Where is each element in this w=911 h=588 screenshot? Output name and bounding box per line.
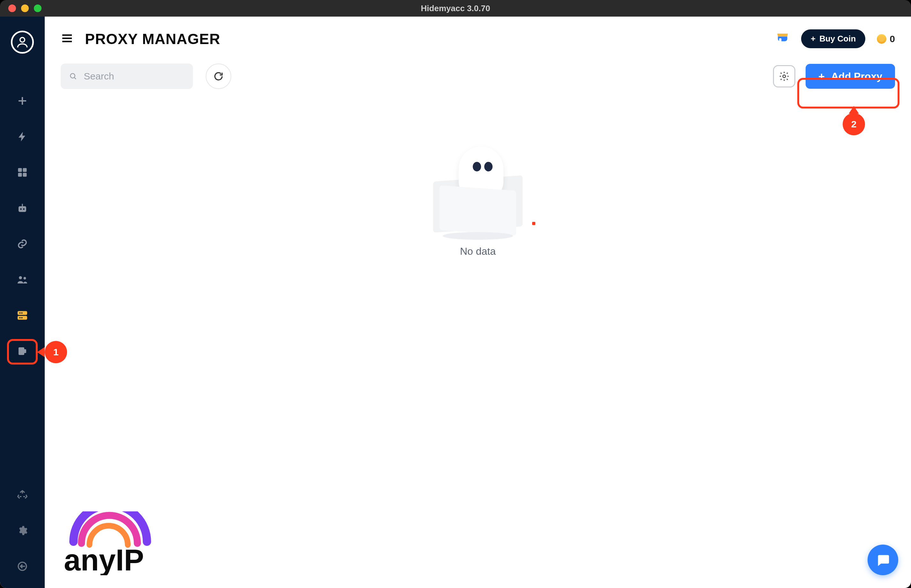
chat-icon bbox=[875, 552, 890, 567]
svg-rect-3 bbox=[18, 173, 22, 177]
svg-point-6 bbox=[20, 208, 22, 210]
empty-illustration bbox=[424, 140, 532, 236]
grid-icon bbox=[16, 166, 28, 178]
buy-coin-label: Buy Coin bbox=[819, 34, 856, 44]
gear-icon bbox=[17, 525, 28, 536]
hamburger-icon bbox=[61, 32, 73, 45]
callout-2-bubble: 2 bbox=[843, 113, 865, 135]
page-title: PROXY MANAGER bbox=[85, 30, 220, 48]
header: PROXY MANAGER + Buy Coin 0 bbox=[61, 29, 895, 48]
svg-point-10 bbox=[24, 277, 26, 279]
svg-rect-2 bbox=[23, 168, 27, 172]
svg-text:anyIP: anyIP bbox=[64, 543, 144, 575]
window-zoom-button[interactable] bbox=[34, 5, 42, 12]
recycle-icon bbox=[17, 489, 28, 500]
window-close-button[interactable] bbox=[8, 5, 16, 12]
traffic-lights bbox=[8, 5, 42, 12]
sidebar-item-logout[interactable] bbox=[13, 557, 31, 575]
sidebar-item-settings[interactable] bbox=[13, 522, 31, 540]
svg-point-21 bbox=[70, 73, 75, 78]
svg-point-15 bbox=[19, 317, 21, 318]
empty-message: No data bbox=[460, 246, 496, 257]
team-icon bbox=[16, 274, 28, 285]
svg-point-16 bbox=[21, 317, 23, 318]
sidebar-item-new[interactable] bbox=[13, 92, 31, 110]
search-icon bbox=[69, 71, 77, 81]
logout-icon bbox=[17, 561, 28, 572]
titlebar: Hidemyacc 3.0.70 bbox=[0, 0, 911, 16]
callout-2-number: 2 bbox=[851, 119, 857, 129]
svg-point-22 bbox=[783, 75, 786, 78]
add-proxy-button[interactable]: + Add Proxy bbox=[806, 64, 895, 89]
plus-icon: + bbox=[811, 34, 816, 44]
anyip-logo: anyIP bbox=[64, 511, 185, 575]
store-icon bbox=[775, 31, 790, 45]
search-box[interactable] bbox=[61, 63, 193, 89]
svg-rect-20 bbox=[779, 38, 781, 43]
sidebar-item-apps[interactable] bbox=[13, 163, 31, 181]
user-icon bbox=[15, 35, 29, 49]
callout-1-number: 1 bbox=[53, 347, 59, 357]
menu-toggle[interactable] bbox=[61, 32, 73, 46]
svg-rect-1 bbox=[18, 168, 22, 172]
sidebar-item-sync[interactable] bbox=[13, 235, 31, 253]
extensions-icon bbox=[16, 346, 28, 357]
sidebar-item-automation[interactable] bbox=[13, 199, 31, 217]
svg-rect-18 bbox=[23, 349, 26, 353]
svg-point-14 bbox=[21, 312, 23, 313]
app-window: Hidemyacc 3.0.70 bbox=[0, 0, 911, 588]
robot-icon bbox=[16, 202, 28, 214]
chat-fab[interactable] bbox=[867, 544, 898, 575]
toolbar: + Add Proxy bbox=[61, 63, 895, 89]
svg-point-13 bbox=[19, 312, 21, 313]
store-button[interactable] bbox=[775, 31, 790, 47]
coin-icon bbox=[877, 34, 887, 44]
main-panel: PROXY MANAGER + Buy Coin 0 bbox=[45, 16, 911, 588]
anyip-logo-icon: anyIP bbox=[64, 511, 185, 575]
refresh-icon bbox=[213, 71, 224, 82]
plus-icon: + bbox=[818, 70, 825, 83]
empty-state: No data bbox=[61, 140, 895, 257]
svg-point-9 bbox=[19, 276, 22, 279]
svg-rect-8 bbox=[22, 204, 23, 207]
plus-icon bbox=[16, 95, 28, 107]
svg-point-7 bbox=[23, 208, 24, 210]
sidebar bbox=[0, 16, 45, 588]
coin-count: 0 bbox=[890, 34, 895, 44]
svg-rect-5 bbox=[19, 206, 26, 212]
proxy-settings-button[interactable] bbox=[773, 65, 795, 87]
sidebar-item-recycle[interactable] bbox=[13, 486, 31, 504]
search-input[interactable] bbox=[84, 71, 184, 82]
sidebar-item-proxy[interactable] bbox=[13, 307, 31, 324]
window-minimize-button[interactable] bbox=[21, 5, 29, 12]
window-title: Hidemyacc 3.0.70 bbox=[421, 3, 490, 13]
refresh-button[interactable] bbox=[206, 63, 231, 89]
account-avatar[interactable] bbox=[11, 31, 34, 53]
server-icon bbox=[16, 310, 28, 321]
sidebar-item-team[interactable] bbox=[13, 271, 31, 289]
callout-1-bubble: 1 bbox=[45, 341, 67, 363]
svg-point-0 bbox=[20, 37, 25, 42]
add-proxy-label: Add Proxy bbox=[831, 71, 882, 82]
sidebar-item-quick[interactable] bbox=[13, 128, 31, 145]
bolt-icon bbox=[16, 131, 28, 142]
coin-balance: 0 bbox=[877, 34, 895, 44]
gear-icon bbox=[779, 71, 790, 82]
svg-rect-4 bbox=[23, 173, 27, 177]
sidebar-item-extensions[interactable] bbox=[13, 342, 31, 360]
buy-coin-button[interactable]: + Buy Coin bbox=[801, 29, 865, 48]
link-icon bbox=[16, 238, 28, 250]
